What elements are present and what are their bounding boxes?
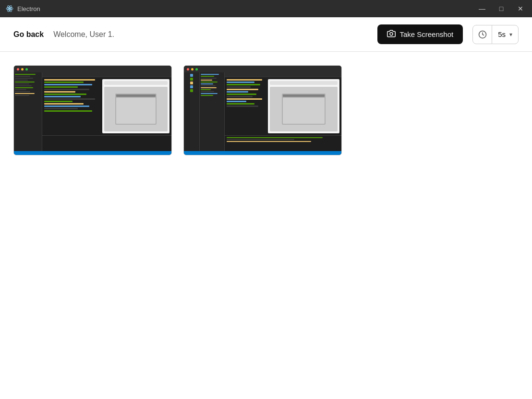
minimize-button[interactable]: — [476, 3, 488, 14]
clock-icon [473, 25, 492, 44]
svg-point-4 [390, 33, 393, 35]
svg-point-0 [9, 8, 11, 10]
titlebar-left: Electron [6, 5, 40, 12]
take-screenshot-label: Take Screenshot [399, 30, 453, 38]
titlebar-title: Electron [17, 5, 40, 12]
screenshots-grid [0, 52, 532, 169]
timer-value[interactable]: 5s ▾ [492, 30, 518, 38]
go-back-button[interactable]: Go back [13, 30, 44, 39]
close-button[interactable]: ✕ [515, 3, 526, 14]
welcome-text: Welcome, User 1. [53, 30, 368, 39]
titlebar-controls: — □ ✕ [476, 3, 526, 14]
titlebar: Electron — □ ✕ [0, 0, 532, 17]
screenshot-thumbnail-2[interactable] [183, 65, 342, 155]
timer-container[interactable]: 5s ▾ [472, 25, 519, 44]
screenshot-thumbnail-1[interactable] [13, 65, 172, 155]
take-screenshot-button[interactable]: Take Screenshot [377, 24, 463, 44]
maximize-button[interactable]: □ [496, 3, 507, 14]
toolbar: Go back Welcome, User 1. Take Screenshot… [0, 17, 532, 52]
chevron-down-icon: ▾ [509, 31, 512, 38]
electron-icon [6, 5, 13, 12]
camera-icon [387, 29, 396, 39]
